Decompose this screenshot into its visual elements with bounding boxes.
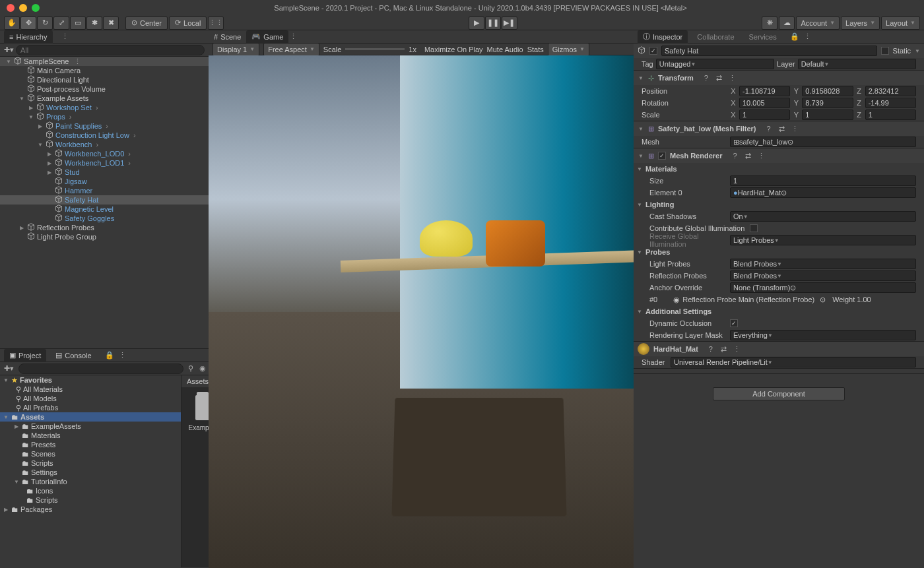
mesh-renderer-header[interactable]: Mesh Renderer [670,152,722,160]
lock-icon[interactable]: 🔒 [790,32,799,42]
project-search[interactable] [18,363,183,374]
mesh-field[interactable]: ⊞safety_hat_low⊙ [730,137,916,147]
material-header[interactable]: HardHat_Mat [653,345,698,353]
hierarchy-item[interactable]: Safety Goggles [0,214,209,223]
active-checkbox[interactable] [649,47,657,55]
create-dropdown[interactable]: ✚▾ [4,364,13,373]
label-filter-icon[interactable]: ◉ [198,364,207,373]
scale-y[interactable]: 1 [802,110,853,120]
assets-header[interactable]: ▼🖿Assets [0,412,181,422]
rotation-z[interactable]: -14.99 [865,98,916,108]
object-name-field[interactable]: Safety Hat [661,46,877,56]
pivot-toggle[interactable]: ⊙Center [125,16,168,30]
hierarchy-item[interactable]: Safety Hat [0,195,209,205]
hierarchy-item[interactable]: ▼Example Assets [0,94,209,103]
position-x[interactable]: -1.108719 [739,86,790,96]
console-tab[interactable]: ▤Console [50,349,96,362]
project-tree-item[interactable]: 🖿Presets [0,440,181,449]
hierarchy-item[interactable]: ▶Workbench_LOD0› [0,149,209,158]
search-filter-icon[interactable]: ⚲ [186,364,195,373]
create-dropdown[interactable]: ✚▾ [4,46,13,55]
gizmos-dropdown[interactable]: Gizmos▼ [548,43,589,56]
mute-toggle[interactable]: Mute Audio [487,46,523,53]
shader-dropdown[interactable]: Universal Render Pipeline/Lit▼ [671,357,916,367]
project-tree-item[interactable]: ▼🖿TutorialInfo [0,477,181,486]
preset-icon[interactable]: ⇄ [715,73,724,82]
panel-menu-icon[interactable]: ⋮ [118,351,127,360]
project-tree-item[interactable]: 🖿Materials [0,431,181,440]
zoom-window-button[interactable] [32,4,40,12]
project-tree-item[interactable]: ▶🖿Packages [0,505,181,514]
renderer-enabled[interactable] [658,152,666,160]
panel-menu-icon[interactable]: ⋮ [803,32,812,42]
game-view[interactable] [209,55,634,568]
maximize-toggle[interactable]: Maximize On Play [424,46,483,53]
add-component-button[interactable]: Add Component [713,387,845,400]
play-button[interactable]: ▶ [469,16,484,30]
contribute-gi-checkbox[interactable] [750,224,758,232]
cast-shadows-dropdown[interactable]: On▼ [730,211,916,222]
layers-dropdown[interactable]: Layers▼ [841,16,880,30]
scale-tool[interactable]: ⤢ [53,16,69,30]
hierarchy-item[interactable]: ▼Props› [0,112,209,121]
hierarchy-item[interactable]: Light Probe Group [0,232,209,241]
panel-menu-icon[interactable]: ⋮ [288,32,298,42]
project-tree-item[interactable]: 🖿Settings [0,468,181,477]
rotation-x[interactable]: 10.005 [739,98,790,108]
lock-icon[interactable]: 🔒 [105,351,114,360]
hierarchy-item[interactable]: Hammer [0,186,209,195]
transform-tool[interactable]: ✱ [86,16,102,30]
hierarchy-search[interactable] [16,45,205,55]
game-tab[interactable]: 🎮Game [246,30,288,44]
project-tree-item[interactable]: 🖿Scripts [0,495,181,505]
hierarchy-item[interactable]: ▶Workshop Set› [0,103,209,112]
project-tree-item[interactable]: 🖿Icons [0,486,181,495]
position-y[interactable]: 0.9158028 [802,86,853,96]
scale-slider[interactable] [345,48,405,50]
hand-tool[interactable]: ✋ [4,16,20,30]
project-tree-item[interactable]: ▶🖿ExampleAssets [0,422,181,431]
project-tree-item[interactable]: ⚲All Prefabs [0,403,181,412]
step-button[interactable]: ▶❚ [502,16,517,30]
stats-toggle[interactable]: Stats [527,46,544,53]
help-icon[interactable]: ? [702,73,711,82]
hierarchy-item[interactable]: Magnetic Level [0,205,209,214]
scene-row[interactable]: ▼ SampleScene ⋮ [0,57,209,66]
hierarchy-item[interactable]: ▶Reflection Probes [0,223,209,232]
account-dropdown[interactable]: Account▼ [796,16,840,30]
layout-dropdown[interactable]: Layout▼ [881,16,920,30]
mesh-filter-header[interactable]: Safety_hat_low (Mesh Filter) [658,125,756,133]
collaborate-tab[interactable]: Collaborate [692,30,739,44]
rect-tool[interactable]: ▭ [70,16,86,30]
collab-icon[interactable]: ❋ [762,16,777,30]
move-tool[interactable]: ✥ [20,16,36,30]
render-mask-dropdown[interactable]: Everything▼ [730,330,916,340]
minimize-window-button[interactable] [19,4,27,12]
pause-button[interactable]: ❚❚ [485,16,501,30]
project-tree-item[interactable]: ⚲All Models [0,394,181,403]
services-tab[interactable]: Services [744,30,782,44]
scale-z[interactable]: 1 [865,110,916,120]
hierarchy-item[interactable]: Directional Light [0,75,209,84]
light-probes-dropdown[interactable]: Blend Probes▼ [730,259,916,269]
tag-dropdown[interactable]: Untagged▼ [656,59,774,69]
hierarchy-item[interactable]: Main Camera [0,66,209,75]
hierarchy-item[interactable]: Jigsaw [0,177,209,186]
layer-dropdown[interactable]: Default▼ [798,59,916,69]
anchor-override-field[interactable]: None (Transform)⊙ [730,282,916,293]
custom-tool[interactable]: ✖ [103,16,119,30]
materials-size[interactable]: 1 [730,175,916,186]
snap-toggle[interactable]: ⋮⋮ [208,16,224,30]
scale-x[interactable]: 1 [739,110,790,120]
hierarchy-item[interactable]: ▼Workbench› [0,140,209,149]
inspector-tab[interactable]: ⓘInspector [638,30,688,44]
space-toggle[interactable]: ⟳Local [169,16,207,30]
hierarchy-item[interactable]: ▶Stud [0,168,209,177]
panel-menu-icon[interactable]: ⋮ [61,32,70,42]
hierarchy-item[interactable]: ▶Paint Supplies› [0,121,209,131]
project-tab[interactable]: ▣Project [4,349,46,362]
close-window-button[interactable] [7,4,15,12]
project-tree-item[interactable]: 🖿Scenes [0,449,181,458]
reflection-probes-dropdown[interactable]: Blend Probes▼ [730,270,916,281]
hierarchy-tab[interactable]: ≡Hierarchy [4,30,53,44]
